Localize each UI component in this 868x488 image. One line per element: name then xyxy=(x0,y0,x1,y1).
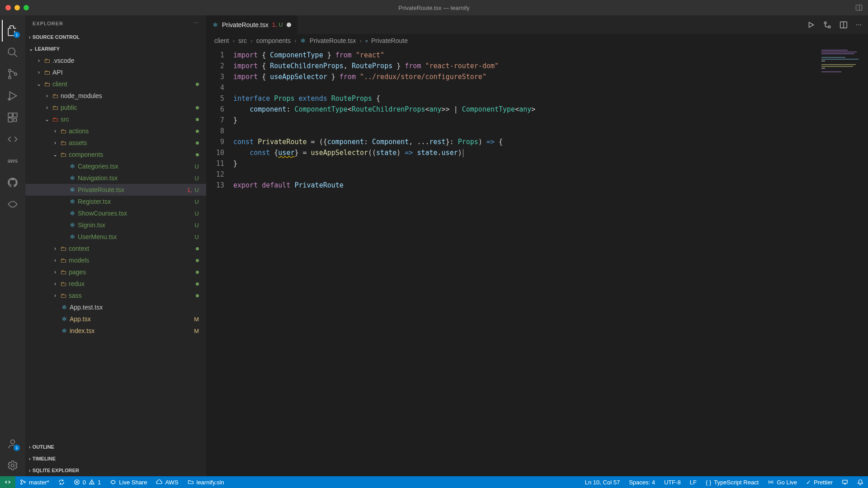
section-label: SOURCE CONTROL xyxy=(33,34,80,40)
minimap[interactable] xyxy=(818,47,868,476)
file-navigation[interactable]: ⚛ Navigation.tsx U xyxy=(25,172,206,184)
file-app-test[interactable]: ⚛ App.test.tsx xyxy=(25,301,206,313)
breadcrumbs[interactable]: client› src› components› ⚛ PrivateRoute.… xyxy=(206,34,868,47)
accounts-activity[interactable]: 1 xyxy=(2,433,24,455)
chevron-right-icon: › xyxy=(52,269,59,275)
folder-models[interactable]: › 🗀 models xyxy=(25,254,206,266)
folder-context[interactable]: › 🗀 context xyxy=(25,243,206,254)
github-activity[interactable] xyxy=(2,172,24,193)
folder-pages[interactable]: › 🗀 pages xyxy=(25,266,206,278)
folder-src[interactable]: ⌄ 🗀 src xyxy=(25,113,206,125)
file-categories[interactable]: ⚛ Categories.tsx U xyxy=(25,160,206,172)
split-editor-icon[interactable] xyxy=(840,21,848,29)
sqlite-section[interactable]: › SQLITE EXPLORER xyxy=(25,465,206,476)
react-icon: ⚛ xyxy=(60,327,69,334)
window-controls xyxy=(5,5,29,10)
file-index[interactable]: ⚛ index.tsx M xyxy=(25,325,206,337)
problems-status[interactable]: 0 1 xyxy=(69,476,105,488)
folder-client[interactable]: ⌄ 🗀 client xyxy=(25,78,206,90)
source-control-activity[interactable] xyxy=(2,63,24,85)
aws-status[interactable]: AWS xyxy=(151,476,183,488)
source-control-section[interactable]: › SOURCE CONTROL xyxy=(25,31,206,43)
language-status[interactable]: { } TypeScript React xyxy=(701,476,763,488)
minimize-window-button[interactable] xyxy=(14,5,20,10)
prettier-status[interactable]: ✓ Prettier xyxy=(802,476,837,488)
file-show-courses[interactable]: ⚛ ShowCourses.tsx U xyxy=(25,207,206,219)
breadcrumb-item[interactable]: PrivateRoute.tsx xyxy=(310,37,356,44)
folder-redux[interactable]: › 🗀 redux xyxy=(25,278,206,290)
chevron-right-icon: › xyxy=(29,468,31,473)
go-live-status[interactable]: Go Live xyxy=(763,476,802,488)
check-icon: ✓ xyxy=(806,479,811,486)
folder-icon: 🗀 xyxy=(51,116,60,123)
eol-status[interactable]: LF xyxy=(685,476,701,488)
folder-vscode[interactable]: › 🗀 .vscode xyxy=(25,55,206,66)
tree-label: node_modules xyxy=(61,92,102,99)
svg-rect-0 xyxy=(856,5,862,10)
folder-assets[interactable]: › 🗀 assets xyxy=(25,137,206,149)
status-label: Ln 10, Col 57 xyxy=(585,479,620,486)
folder-icon: 🗀 xyxy=(51,104,60,111)
folder-icon: 🗀 xyxy=(59,139,68,146)
breadcrumb-item[interactable]: components xyxy=(256,37,291,44)
more-icon[interactable]: ⋯ xyxy=(856,21,862,28)
aws-activity[interactable]: aws xyxy=(2,150,24,172)
file-user-menu[interactable]: ⚛ UserMenu.tsx U xyxy=(25,231,206,243)
file-signin[interactable]: ⚛ Signin.tsx U xyxy=(25,219,206,231)
tree-label: Signin.tsx xyxy=(78,221,105,229)
layout-toggle-icon[interactable] xyxy=(855,4,863,11)
explorer-activity[interactable]: 1 xyxy=(2,20,24,42)
live-share-status[interactable]: Live Share xyxy=(105,476,151,488)
breadcrumb-item[interactable]: client xyxy=(214,37,229,44)
outline-section[interactable]: › OUTLINE xyxy=(25,441,206,453)
tab-private-route[interactable]: ⚛ PrivateRoute.tsx 1, U xyxy=(206,15,298,34)
remote-activity[interactable] xyxy=(2,128,24,150)
maximize-window-button[interactable] xyxy=(24,5,29,10)
solution-status[interactable]: learnify.sln xyxy=(183,476,229,488)
tree-label: src xyxy=(61,116,69,123)
file-app[interactable]: ⚛ App.tsx M xyxy=(25,313,206,325)
more-icon[interactable]: ⋯ xyxy=(193,20,199,26)
folder-actions[interactable]: › 🗀 actions xyxy=(25,125,206,137)
svg-point-6 xyxy=(14,73,17,75)
cursor-position-status[interactable]: Ln 10, Col 57 xyxy=(580,476,624,488)
file-register[interactable]: ⚛ Register.tsx U xyxy=(25,196,206,207)
sync-status[interactable] xyxy=(54,476,69,488)
search-activity[interactable] xyxy=(2,42,24,63)
settings-activity[interactable] xyxy=(2,455,24,476)
chevron-right-icon: › xyxy=(43,104,51,111)
extensions-activity[interactable] xyxy=(2,107,24,128)
run-icon[interactable] xyxy=(807,21,815,29)
file-private-route[interactable]: ⚛ PrivateRoute.tsx 1, U xyxy=(25,184,206,196)
folder-node-modules[interactable]: › 🗀 node_modules xyxy=(25,90,206,102)
folder-sass[interactable]: › 🗀 sass xyxy=(25,290,206,301)
feedback-status[interactable] xyxy=(837,476,853,488)
close-window-button[interactable] xyxy=(5,5,11,10)
chevron-right-icon: › xyxy=(52,292,59,299)
notifications-status[interactable] xyxy=(853,476,868,488)
svg-point-4 xyxy=(9,70,11,72)
timeline-section[interactable]: › TIMELINE xyxy=(25,453,206,465)
svg-marker-15 xyxy=(809,22,814,27)
workspace-section[interactable]: ⌄ LEARNIFY xyxy=(25,43,206,55)
debug-activity[interactable] xyxy=(2,85,24,107)
folder-api[interactable]: › 🗀 API xyxy=(25,66,206,78)
folder-components[interactable]: ⌄ 🗀 components xyxy=(25,149,206,160)
svg-point-21 xyxy=(21,483,23,485)
chevron-right-icon: › xyxy=(52,245,59,252)
breadcrumb-item[interactable]: src xyxy=(238,37,247,44)
diff-icon[interactable] xyxy=(823,21,831,29)
live-share-activity[interactable] xyxy=(2,193,24,215)
tree-label: Categories.tsx xyxy=(78,163,118,170)
indent-status[interactable]: Spaces: 4 xyxy=(624,476,660,488)
code-content[interactable]: import { ComponentType } from "react" im… xyxy=(233,47,818,476)
svg-point-2 xyxy=(8,48,15,55)
react-icon: ⚛ xyxy=(68,163,77,170)
encoding-status[interactable]: UTF-8 xyxy=(660,476,685,488)
folder-public[interactable]: › 🗀 public xyxy=(25,102,206,113)
breadcrumb-item[interactable]: PrivateRoute xyxy=(371,37,408,44)
folder-icon: 🗀 xyxy=(42,69,52,76)
remote-status[interactable] xyxy=(0,476,15,488)
branch-status[interactable]: master* xyxy=(15,476,54,488)
editor-body[interactable]: 123 456 789 101112 13 import { Component… xyxy=(206,47,868,476)
